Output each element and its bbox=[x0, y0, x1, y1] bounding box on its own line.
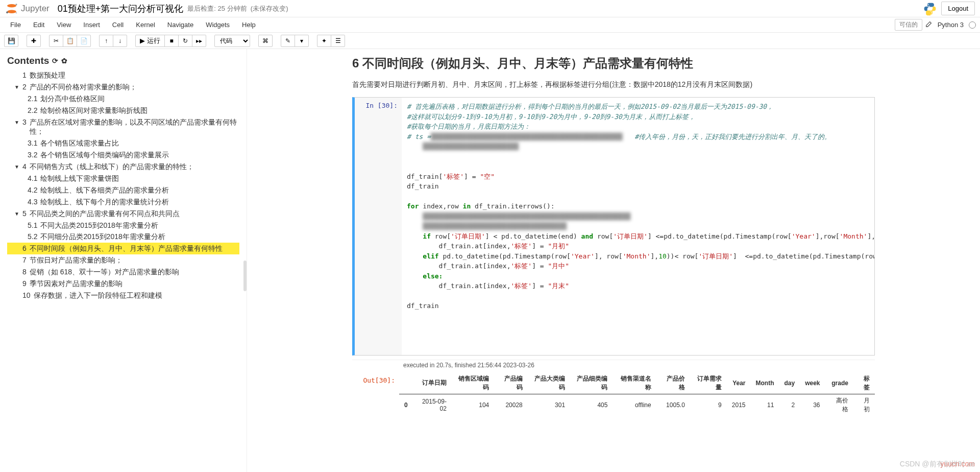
copy-button[interactable]: 📋 bbox=[63, 35, 77, 47]
svg-point-1 bbox=[7, 10, 16, 13]
toc-label: 不同时间段（例如月头、月中、月末等）产品需求量有何特性 bbox=[30, 244, 223, 253]
toc-number: 2.2 bbox=[28, 106, 37, 115]
code-cell[interactable]: In [30]: # 首先遍历表格，对日期数据进行分析，得到每个日期的当月的最后… bbox=[352, 97, 875, 356]
dataframe-table: 订单日期销售区域编码产品编码产品大类编码产品细类编码销售渠道名称产品价格订单需求… bbox=[399, 372, 875, 416]
refresh-icon[interactable]: ⟳ bbox=[52, 57, 58, 65]
svg-point-6 bbox=[932, 12, 933, 13]
toc-label: 数据预处理 bbox=[30, 70, 65, 80]
toc-item-8[interactable]: 8促销（如 618、双十一等）对产品需求量的影响 bbox=[7, 266, 239, 278]
menu-widgets[interactable]: Widgets bbox=[200, 19, 236, 31]
toc-item-4.2[interactable]: 4.2绘制线上、线下各细类产品的需求量分析 bbox=[7, 184, 239, 196]
code-input[interactable]: # 首先遍历表格，对日期数据进行分析，得到每个日期的当月的最后一天，例如2015… bbox=[402, 98, 874, 355]
toc-item-5.2[interactable]: 5.2不同细分品类2015到2018年需求量分析 bbox=[7, 231, 239, 243]
chevron-down-icon: ▼ bbox=[14, 163, 19, 171]
header-bar: Jupyter 01预处理+第一大问分析可视化 最后检查: 25 分钟前 (未保… bbox=[0, 0, 980, 17]
toc-item-5[interactable]: ▼5不同品类之间的产品需求量有何不同点和共同点 bbox=[7, 208, 239, 220]
save-button[interactable]: 💾 bbox=[4, 35, 18, 47]
toc-item-7[interactable]: 7节假日对产品需求量的影响； bbox=[7, 254, 239, 266]
markdown-cell[interactable]: 6 不同时间段（例如月头、月中、月末等）产品需求量有何特性 首先需要对日期进行判… bbox=[352, 55, 875, 90]
toc-number: 8 bbox=[22, 267, 27, 277]
notebook-area[interactable]: 6 不同时间段（例如月头、月中、月末等）产品需求量有何特性 首先需要对日期进行判… bbox=[247, 49, 980, 472]
toc-item-3.1[interactable]: 3.1各个销售区域需求量占比 bbox=[7, 137, 239, 149]
contents-title: Contents ⟳ ✿ bbox=[7, 55, 239, 66]
section-heading: 6 不同时间段（例如月头、月中、月末等）产品需求量有何特性 bbox=[352, 55, 875, 72]
menu-navigate[interactable]: Navigate bbox=[161, 19, 200, 31]
move-up-button[interactable]: ↑ bbox=[99, 35, 113, 47]
toc-item-3[interactable]: ▼3产品所在区域对需求量的影响，以及不同区域的产品需求量有何特性； bbox=[7, 116, 239, 138]
sidebar-splitter[interactable] bbox=[243, 261, 247, 291]
menu-edit[interactable]: Edit bbox=[27, 19, 51, 31]
toc-item-1[interactable]: 1数据预处理 bbox=[7, 69, 239, 81]
toc-number: 1 bbox=[22, 70, 27, 80]
logout-button[interactable]: Logout bbox=[941, 2, 975, 15]
menu-cell[interactable]: Cell bbox=[106, 19, 130, 31]
svg-point-2 bbox=[15, 4, 17, 5]
toc-label: 绘制线上线下需求量饼图 bbox=[40, 174, 119, 183]
notebook-title[interactable]: 01预处理+第一大问分析可视化 bbox=[58, 3, 184, 15]
menu-file[interactable]: File bbox=[4, 19, 27, 31]
toc-toggle-button[interactable]: ☰ bbox=[331, 35, 345, 47]
toc-label: 保存数据，进入下一阶段特征工程和建模 bbox=[34, 291, 162, 300]
toc-item-4.3[interactable]: 4.3绘制线上、线下每个月的需求量统计分析 bbox=[7, 196, 239, 208]
menu-insert[interactable]: Insert bbox=[77, 19, 106, 31]
add-cell-button[interactable]: ✚ bbox=[27, 35, 41, 47]
menu-bar: FileEditViewInsertCellKernelNavigateWidg… bbox=[0, 17, 980, 33]
toc-item-6[interactable]: 6不同时间段（例如月头、月中、月末等）产品需求量有何特性 bbox=[7, 243, 239, 254]
restart-run-button[interactable]: ▸▸ bbox=[192, 35, 206, 47]
jupyter-logo[interactable]: Jupyter bbox=[5, 2, 50, 15]
toc-number: 3.2 bbox=[28, 150, 37, 160]
toc-number: 4.2 bbox=[28, 185, 37, 195]
paste-button[interactable]: 📄 bbox=[77, 35, 91, 47]
toc-number: 7 bbox=[22, 255, 27, 265]
toc-item-2.2[interactable]: 2.2绘制价格区间对需求量影响折线图 bbox=[7, 105, 239, 116]
toc-label: 各个销售区域每个细类编码的需求量展示 bbox=[40, 150, 169, 160]
menu-help[interactable]: Help bbox=[236, 19, 262, 31]
toc-item-4[interactable]: ▼4不同销售方式（线上和线下）的产品需求量的特性； bbox=[7, 161, 239, 173]
toc-item-2[interactable]: ▼2产品的不同价格对需求量的影响； bbox=[7, 81, 239, 93]
edit-icon[interactable] bbox=[925, 20, 933, 29]
output-prompt: Out[30]: bbox=[352, 372, 399, 416]
toc-number: 2.1 bbox=[28, 94, 37, 104]
toc-item-3.2[interactable]: 3.2各个销售区域每个细类编码的需求量展示 bbox=[7, 149, 239, 161]
menu-view[interactable]: View bbox=[51, 19, 77, 31]
last-checkpoint: 最后检查: 25 分钟前 (未保存改变) bbox=[187, 4, 288, 13]
kernel-name[interactable]: Python 3 bbox=[936, 21, 966, 29]
toc-number: 10 bbox=[22, 291, 31, 300]
kernel-status-icon bbox=[969, 21, 976, 29]
toc-label: 不同销售方式（线上和线下）的产品需求量的特性； bbox=[30, 162, 194, 172]
cut-button[interactable]: ✂ bbox=[49, 35, 63, 47]
restart-button[interactable]: ↻ bbox=[178, 35, 192, 47]
toc-sidebar: Contents ⟳ ✿ 1数据预处理▼2产品的不同价格对需求量的影响；2.1划… bbox=[0, 49, 247, 472]
toc-number: 3 bbox=[22, 117, 27, 127]
toc-item-4.1[interactable]: 4.1绘制线上线下需求量饼图 bbox=[7, 173, 239, 184]
marker-dropdown-button[interactable]: ▾ bbox=[295, 35, 309, 47]
menu-kernel[interactable]: Kernel bbox=[130, 19, 161, 31]
variable-button[interactable]: ✦ bbox=[317, 35, 331, 47]
move-down-button[interactable]: ↓ bbox=[113, 35, 127, 47]
toc-label: 绘制线上、线下各细类产品的需求量分析 bbox=[40, 185, 169, 195]
toc-number: 2 bbox=[22, 82, 27, 92]
gear-icon[interactable]: ✿ bbox=[61, 57, 67, 65]
trusted-indicator[interactable]: 可信的 bbox=[895, 19, 922, 31]
command-palette-button[interactable]: ⌘ bbox=[258, 35, 273, 47]
toc-item-2.1[interactable]: 2.1划分高中低价格区间 bbox=[7, 93, 239, 105]
svg-point-0 bbox=[7, 4, 16, 8]
toc-item-10[interactable]: 10保存数据，进入下一阶段特征工程和建模 bbox=[7, 290, 239, 301]
toolbar: 💾 ✚ ✂ 📋 📄 ↑ ↓ ▶ 运行 ■ ↻ ▸▸ 代码 ⌘ ✎ ▾ ✦ ☰ bbox=[0, 33, 980, 49]
toc-label: 不同细分品类2015到2018年需求量分析 bbox=[40, 232, 165, 242]
table-row: 02015-09-0210420028301405offline1005.092… bbox=[399, 394, 875, 416]
section-description: 首先需要对日期进行判断月初、月中、月末区间，打上标签，再根据标签进行分组(注意：… bbox=[352, 79, 875, 90]
toc-number: 9 bbox=[22, 279, 27, 289]
svg-point-5 bbox=[928, 4, 929, 5]
svg-point-3 bbox=[6, 11, 8, 13]
run-button[interactable]: ▶ 运行 bbox=[135, 35, 165, 47]
toc-number: 4.1 bbox=[28, 174, 37, 183]
jupyter-icon bbox=[5, 2, 18, 15]
toc-item-9[interactable]: 9季节因素对产品需求量的影响 bbox=[7, 278, 239, 290]
chevron-down-icon: ▼ bbox=[14, 210, 19, 218]
interrupt-button[interactable]: ■ bbox=[164, 35, 179, 47]
toc-item-5.1[interactable]: 5.1不同大品类2015到2018年需求量分析 bbox=[7, 220, 239, 231]
marker-button[interactable]: ✎ bbox=[281, 35, 295, 47]
celltype-select[interactable]: 代码 bbox=[214, 35, 250, 47]
toc-label: 不同品类之间的产品需求量有何不同点和共同点 bbox=[30, 209, 180, 219]
